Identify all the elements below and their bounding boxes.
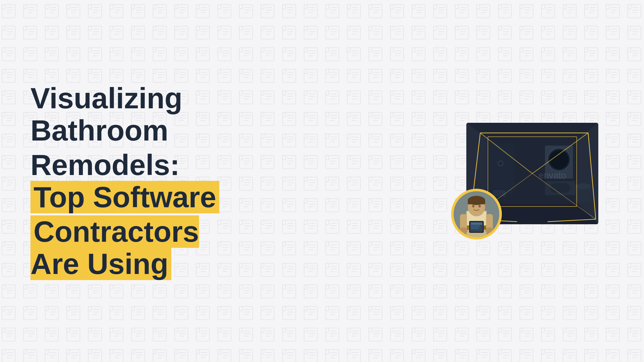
svg-rect-20 [489, 143, 515, 194]
image-section: envato [456, 123, 598, 239]
title-line3-highlight: Contractors Are Using [30, 215, 199, 280]
title-line1: Visualizing Bathroom [30, 82, 228, 146]
svg-rect-24 [493, 190, 506, 197]
svg-point-15 [549, 150, 569, 169]
svg-rect-51 [471, 226, 480, 227]
title-line3: Contractors Are Using [30, 216, 228, 280]
svg-point-57 [478, 205, 481, 208]
svg-marker-12 [466, 123, 598, 138]
svg-point-47 [485, 227, 493, 234]
svg-rect-55 [468, 199, 485, 204]
svg-point-56 [472, 205, 474, 208]
svg-rect-52 [471, 228, 479, 229]
svg-point-22 [499, 162, 502, 165]
title-line2-plain: Remodels: [30, 149, 180, 181]
svg-rect-17 [550, 183, 570, 193]
svg-rect-50 [471, 222, 482, 225]
text-section: Visualizing Bathroom Remodels: Top Softw… [30, 82, 228, 280]
title-line2: Remodels: Top Software [30, 149, 228, 213]
svg-text:envato: envato [539, 170, 566, 181]
svg-point-46 [459, 227, 468, 234]
contractor-person-image [451, 189, 502, 239]
svg-point-19 [575, 183, 591, 189]
title-line2-highlight: Top Software [30, 181, 219, 213]
content-wrapper: Visualizing Bathroom Remodels: Top Softw… [0, 0, 644, 362]
